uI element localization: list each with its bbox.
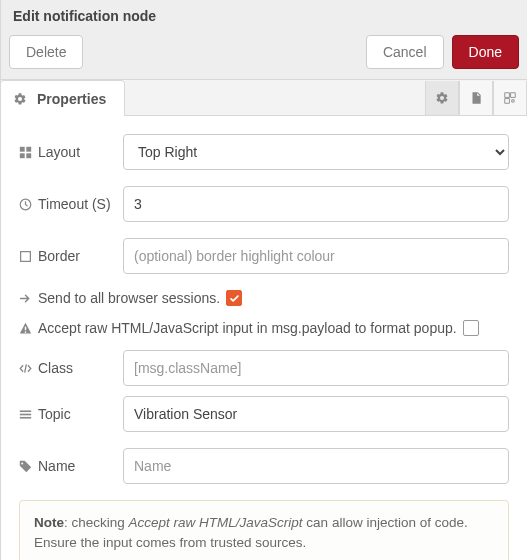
- note-italic: Accept raw HTML/JavaScript: [129, 515, 303, 530]
- svg-rect-1: [26, 146, 31, 151]
- row-border: Border: [19, 238, 509, 274]
- tab-bar-spacer: [125, 80, 425, 116]
- timeout-input[interactable]: [123, 186, 509, 222]
- class-label-text: Class: [38, 360, 73, 376]
- name-input[interactable]: [123, 448, 509, 484]
- row-name: Name: [19, 448, 509, 484]
- accept-raw-label: Accept raw HTML/JavaScript input in msg.…: [38, 320, 457, 336]
- svg-rect-3: [26, 153, 31, 158]
- row-class: Class: [19, 350, 509, 386]
- description-icon-button[interactable]: [459, 81, 493, 115]
- svg-rect-0: [20, 146, 25, 151]
- note-text-1: : checking: [64, 515, 129, 530]
- class-label: Class: [19, 360, 123, 376]
- timeout-label: Timeout (S): [19, 196, 123, 212]
- svg-rect-6: [20, 410, 31, 412]
- done-button[interactable]: Done: [452, 35, 519, 69]
- layout-label: Layout: [19, 144, 123, 160]
- name-label: Name: [19, 458, 123, 474]
- grid-icon: [19, 146, 32, 159]
- svg-rect-5: [21, 251, 31, 261]
- tab-properties[interactable]: Properties: [0, 80, 125, 116]
- row-layout: Layout Top Right: [19, 134, 509, 170]
- warning-icon: [19, 322, 32, 335]
- gear-icon-button[interactable]: [425, 81, 459, 115]
- appearance-icon-button[interactable]: [493, 81, 527, 115]
- tab-bar: Properties: [1, 80, 527, 116]
- tag-icon: [19, 460, 32, 473]
- row-timeout: Timeout (S): [19, 186, 509, 222]
- tab-bar-actions: [425, 80, 527, 116]
- border-input[interactable]: [123, 238, 509, 274]
- row-topic: Topic: [19, 396, 509, 432]
- topic-label-text: Topic: [38, 406, 71, 422]
- svg-rect-2: [20, 153, 25, 158]
- class-input[interactable]: [123, 350, 509, 386]
- header-buttons: Delete Cancel Done: [9, 29, 519, 79]
- code-icon: [19, 362, 32, 375]
- square-icon: [19, 250, 32, 263]
- send-all-checkbox[interactable]: [226, 290, 242, 306]
- layout-label-text: Layout: [38, 144, 80, 160]
- tab-properties-label: Properties: [37, 91, 106, 107]
- note-bold: Note: [34, 515, 64, 530]
- clock-icon: [19, 198, 32, 211]
- layout-select[interactable]: Top Right: [123, 134, 509, 170]
- border-label: Border: [19, 248, 123, 264]
- arrow-right-icon: [19, 292, 32, 305]
- topic-label: Topic: [19, 406, 123, 422]
- send-all-label: Send to all browser sessions.: [38, 290, 220, 306]
- note-box: Note: checking Accept raw HTML/JavaScrip…: [19, 500, 509, 560]
- topic-input[interactable]: [123, 396, 509, 432]
- timeout-label-text: Timeout (S): [38, 196, 111, 212]
- row-accept-raw: Accept raw HTML/JavaScript input in msg.…: [19, 320, 509, 336]
- row-send-all: Send to all browser sessions.: [19, 290, 509, 306]
- panel-title: Edit notification node: [9, 0, 519, 29]
- cancel-button[interactable]: Cancel: [366, 35, 444, 69]
- panel-header: Edit notification node Delete Cancel Don…: [1, 0, 527, 80]
- delete-button[interactable]: Delete: [9, 35, 83, 69]
- gear-icon: [13, 92, 27, 106]
- svg-rect-8: [20, 416, 31, 418]
- accept-raw-checkbox[interactable]: [463, 320, 479, 336]
- name-label-text: Name: [38, 458, 75, 474]
- list-icon: [19, 408, 32, 421]
- svg-rect-7: [20, 413, 31, 415]
- edit-node-panel: Edit notification node Delete Cancel Don…: [0, 0, 527, 560]
- form-area: Layout Top Right Timeout (S) Border: [1, 116, 527, 560]
- border-label-text: Border: [38, 248, 80, 264]
